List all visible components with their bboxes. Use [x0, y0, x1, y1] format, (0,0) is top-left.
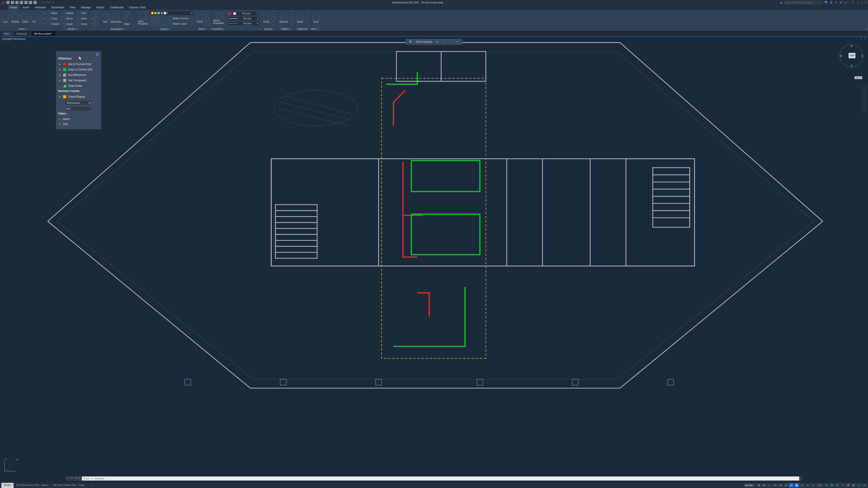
status-iso-icon[interactable]: ∠▾ — [778, 483, 783, 487]
status-custom-icon[interactable]: ≡ — [862, 483, 867, 487]
tool-leader-icon[interactable] — [124, 11, 127, 15]
qat-plot-icon[interactable] — [29, 1, 32, 4]
tool-table-icon[interactable] — [124, 17, 127, 20]
color-swatch[interactable] — [63, 62, 66, 66]
tool-layer-properties[interactable]: Layer Properties — [137, 11, 149, 26]
panel-label-utilities[interactable]: Utilities — [281, 28, 289, 30]
qat-more-icon[interactable]: ▾ — [52, 1, 54, 4]
menu-manage[interactable]: Manage — [78, 5, 93, 10]
qat-new-icon[interactable] — [6, 1, 9, 4]
panel-label-block[interactable]: Block — [199, 28, 205, 30]
tool-measure[interactable]: Measure — [278, 13, 289, 24]
menu-annotate[interactable]: Annotate — [32, 5, 49, 10]
panel-label-groups[interactable]: Groups — [264, 28, 272, 30]
qat-undo-icon[interactable]: ↶ ▾ — [40, 1, 45, 4]
tool-text[interactable]: Text — [101, 13, 109, 24]
diff-row[interactable]: ●Not Compared — [58, 78, 99, 83]
qat-redo-icon[interactable]: ↷ ▾ — [46, 1, 51, 4]
tool-group[interactable]: Group — [262, 13, 270, 24]
filter-row[interactable]: ●Hatch — [58, 117, 99, 122]
cmd-customize-icon[interactable]: ✎ — [74, 477, 78, 481]
block-edit-icon[interactable] — [205, 17, 209, 20]
lamp-icon[interactable]: ● — [58, 79, 61, 82]
filter-row[interactable]: ●Text — [58, 122, 99, 127]
panel-label-annotation[interactable]: Annotation — [111, 28, 123, 30]
status-polar-icon[interactable]: ⊙▾ — [773, 483, 777, 487]
cloud-display-row[interactable]: ● Cloud Display — [58, 94, 99, 99]
status-scale[interactable]: 1:1 — [816, 483, 823, 487]
layer-dropdown[interactable]: 0 ▾ — [150, 11, 193, 15]
xref-toggle-icon[interactable]: ● — [435, 40, 439, 43]
cmd-history-icon[interactable]: ≡ — [66, 477, 70, 481]
layer-make-current[interactable]: Make Current — [173, 17, 188, 20]
layer-match[interactable]: Match Layer — [173, 22, 187, 25]
tool-trim[interactable]: Trim — [81, 12, 91, 14]
command-input[interactable] — [82, 477, 799, 481]
status-iso2-icon[interactable]: ◧ — [851, 483, 856, 487]
qat-web-icon[interactable] — [24, 1, 28, 4]
lamp-icon[interactable]: ● — [58, 118, 61, 121]
panel-label-properties[interactable]: Properties — [211, 28, 222, 30]
lamp-icon[interactable]: ● — [58, 63, 61, 66]
status-ortho-icon[interactable]: ⊾ — [767, 483, 772, 487]
wcs-badge[interactable]: WCS — [855, 76, 862, 79]
diff-row[interactable]: ●Only in Current Xref — [58, 67, 99, 72]
tool-explode-icon[interactable] — [94, 17, 98, 20]
tool-insert[interactable]: Insert — [196, 13, 204, 24]
diff-row[interactable]: ●Not in Current Xref — [58, 61, 99, 67]
tool-move[interactable]: Move — [52, 12, 61, 14]
layout-tab[interactable]: 8th Floor Power Plan - Mono — [13, 483, 51, 488]
app-logo[interactable] — [1, 1, 5, 4]
menu-view[interactable]: View — [67, 5, 78, 10]
tool-circle[interactable]: Circle — [21, 13, 29, 24]
file-tab[interactable]: 8th floor power*× — [32, 31, 56, 36]
viewcube-n[interactable]: N — [850, 44, 852, 48]
window-restore[interactable]: ◻ — [860, 1, 864, 4]
status-gear-icon[interactable]: ✲▾ — [830, 483, 834, 487]
cmd-expand-icon[interactable] — [799, 477, 802, 481]
tool-paste[interactable]: Paste — [296, 13, 304, 24]
panel-label-layers[interactable]: Layers — [160, 28, 168, 30]
diff-row[interactable]: ●No Differences — [58, 72, 99, 78]
lamp-icon[interactable]: ● — [58, 95, 61, 98]
panel-label-draw[interactable]: Draw — [19, 28, 25, 30]
cloud-size-input[interactable] — [65, 106, 92, 111]
qat-open-icon[interactable] — [11, 1, 14, 4]
viewcube-face[interactable]: TOP — [848, 53, 855, 58]
xref-settings-icon[interactable]: ⚙ — [409, 40, 412, 43]
cart-icon[interactable]: 🛒 — [839, 1, 843, 4]
qat-save-icon[interactable] — [16, 1, 19, 4]
panel-label-modify[interactable]: Modify — [68, 28, 75, 30]
app-menu-dd[interactable]: ▾ — [835, 1, 838, 4]
nav-bar[interactable] — [862, 86, 867, 113]
layout-add-button[interactable]: ＋ — [88, 483, 95, 488]
xref-next-icon[interactable]: → — [449, 40, 453, 43]
prop-color[interactable]: ByLayer▾ — [232, 11, 259, 15]
share-icon[interactable]: ⩍▾ — [844, 1, 848, 4]
viewcube-e[interactable]: E — [862, 54, 864, 58]
diff-row[interactable]: Draw Order — [58, 83, 99, 89]
prop-lineweight[interactable]: ByLayer▾ — [228, 17, 259, 21]
tool-offset-icon[interactable] — [94, 22, 98, 26]
block-attr-icon[interactable] — [205, 22, 209, 26]
qat-print-icon[interactable] — [33, 1, 37, 4]
status-osnap-icon[interactable]: ◻▾ — [784, 483, 788, 487]
color-swatch[interactable] — [63, 68, 66, 71]
help-icon[interactable]: ? ▾ — [851, 1, 855, 4]
tool-boundary-icon[interactable] — [39, 22, 43, 26]
tool-match-props[interactable]: Match Properties — [213, 12, 227, 25]
viewcube-s[interactable]: S — [850, 64, 852, 67]
menu-insert[interactable]: Insert — [20, 5, 32, 10]
status-ws-icon[interactable]: 🖵 — [835, 483, 839, 487]
status-max-icon[interactable]: ⛶ — [840, 483, 845, 487]
drawing-canvas[interactable]: [-][Top][2D Wireframe] —◻✕ — [0, 37, 868, 483]
tool-dimension[interactable]: Dimension — [110, 13, 122, 24]
cloud-shape-select[interactable]: Rectangular — [65, 100, 92, 105]
status-lwt-icon[interactable]: ╱ — [789, 483, 794, 487]
tool-hatch-icon[interactable] — [39, 17, 43, 20]
color-swatch[interactable] — [63, 78, 66, 82]
lamp-icon[interactable]: ● — [58, 68, 61, 71]
tab-close-icon[interactable]: × — [29, 32, 31, 35]
status-snap-icon[interactable]: ⊞▾ — [762, 483, 767, 487]
palette-pin-icon[interactable] — [96, 53, 99, 56]
